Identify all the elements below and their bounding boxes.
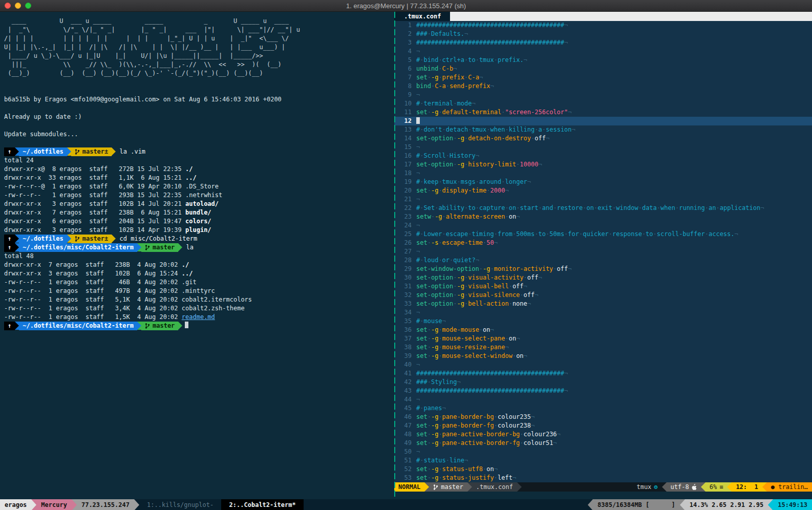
line-number: 17 [394,160,416,169]
shell-row: total 24 [4,156,394,165]
vim-line: 33set-option·-g·bell-action·none¬ [394,300,812,308]
terminal-main: ____ U ___ u _____ _____ _ U _____ u ___… [0,12,812,499]
statusline-label: NORMAL [398,482,420,492]
shell-row: |____/ u \_)-\___/ u |_|U |_| U/| |\u |_… [4,52,394,60]
vim-token: visual-bell [468,283,508,290]
vim-line: 46set·-g·pane-border-bg·colour235¬ [394,413,812,421]
shell-row: Update submodules... [4,130,394,139]
vim-token: set-option [416,161,453,168]
eol-marker: ¬ [490,326,494,333]
vim-pane[interactable]: .tmux.conf 1############################… [394,12,812,499]
vim-line: 48set·-g·pane-active-border-bg·colour236… [394,430,812,439]
close-icon[interactable] [5,3,11,9]
shell-text: -rw-r--r-- 1 eragos staff 46B 4 Aug 20:0… [4,279,182,286]
powerline-arrow [15,147,19,156]
vim-token: and [542,204,553,211]
vim-token: -g [431,335,438,342]
vim-token: when [660,204,675,211]
vim-token: off [535,135,546,142]
vim-token: set [416,109,428,116]
eol-marker: ¬ [453,65,457,72]
branch-icon [75,148,80,155]
eol-marker: ¬ [735,230,738,238]
vim-token: 50ms [549,230,564,238]
vim-token: bind [423,56,438,63]
vim-line-text: set-option·-g·detach-on-destroy·off¬ [416,134,549,143]
minimize-icon[interactable] [15,3,21,9]
line-number: 42 [394,378,416,387]
eol-marker: ¬ [464,30,468,37]
zoom-icon[interactable] [25,3,31,9]
vim-line-text: ###·Styling¬ [416,378,461,387]
vim-token: to [468,204,475,211]
vim-token: alternate-screen [446,213,505,220]
shell-text: -rw-r--r-- 1 eragos staff 5,1K 4 Aug 20:… [4,296,182,303]
vim-line: 53set·-g·status-justify·left¬ [394,474,812,482]
line-number: 19 [394,178,416,186]
vim-token: set-option [416,300,453,307]
vim-token: colour235 [498,413,531,420]
vim-token: -g [457,300,464,307]
vim-buffer[interactable]: 1#######################################… [394,21,812,482]
line-number: 28 [394,256,416,265]
eol-marker: ¬ [546,135,549,142]
vim-line: 14set-option·-g·detach-on-destroy·off¬ [394,134,812,143]
vim-token: pane-border-bg [442,413,494,420]
vim-token: response [612,230,642,238]
shell-row: drwxr-xr-x 7 eragos staff 238B 4 Aug 20:… [4,261,394,269]
vim-token: mouse-resize-pane [442,344,505,351]
vim-token: from [498,230,512,238]
statusline-segment: utf-8 [667,482,701,492]
vim-line: 21¬ [394,195,812,204]
vim-line: 52set·-g·status-utf8·on¬ [394,465,812,474]
tmux-window[interactable]: 1:..kills/gnuplot- [139,499,222,510]
vim-token: status-utf8 [442,465,483,473]
vim-token: · [494,474,498,481]
vim-token: · [438,187,442,194]
vim-line-text: setw·-g·alternate-screen·on¬ [416,213,520,221]
vim-line-text: set-option·-g·history-limit·10000¬ [416,160,542,169]
shell-row: -rw-r--r-- 1 eragos staff 5,1K 4 Aug 20:… [4,295,394,304]
tmux-status-bar: eragosMercury77.23.155.247 1:..kills/gnu… [0,499,812,510]
vim-line-text: ¬ [416,395,420,404]
vim-line-text: set-option·-g·bell-action·none¬ [416,300,531,308]
eol-marker: ¬ [490,82,494,90]
statusline-fill [522,482,628,492]
vim-token: colour238 [498,422,531,429]
vim-line: 47set·-g·pane-border-fg·colour238¬ [394,421,812,430]
vim-token: visual-silence [468,291,520,299]
eol-marker: ¬ [416,169,420,177]
vim-token: status [423,457,445,464]
vim-token: · [428,30,431,37]
vim-token: · [476,56,479,63]
powerline-arrow [67,147,71,156]
vim-line-text: set·-g·mode-mouse·on¬ [416,326,494,334]
vim-token: · [505,335,508,342]
prompt-segment: ↑ [4,243,15,252]
eol-marker: ¬ [479,74,483,81]
line-number: 53 [394,474,416,482]
vim-line: 1#######################################… [394,21,812,30]
vim-line-text: set·-g·pane-border-fg·colour238¬ [416,421,535,430]
eol-marker: ¬ [416,248,420,255]
vim-token: · [486,187,490,194]
file-link[interactable]: readme.md [182,313,215,321]
vim-token: default-terminal [442,109,502,116]
vim-token: off [527,274,539,281]
vim-token: · [539,204,542,211]
shell-text: -rw-r--r-- 1 eragos staff 497B 4 Aug 20:… [4,287,182,294]
vim-token: -g [431,439,438,447]
eol-marker: ¬ [464,457,468,464]
vim-token: · [520,291,523,299]
shell-pane[interactable]: ____ U ___ u _____ _____ _ U _____ u ___… [0,12,394,499]
powerline-arrow [137,243,141,251]
vim-token: set [416,431,428,438]
tmux-window-active[interactable]: 2:..Cobalt2-iterm* [221,499,304,510]
vim-line-text: #·don't·detach·tmux·when·killing·a·sessi… [416,125,575,134]
vim-tab-label[interactable]: .tmux.conf [394,12,450,21]
line-number: 22 [394,204,416,213]
vim-line-text: set·-g·mouse-select-pane·on¬ [416,334,520,343]
vim-token: · [705,230,709,238]
vim-token: none [512,300,527,307]
line-number: 9 [394,91,416,99]
